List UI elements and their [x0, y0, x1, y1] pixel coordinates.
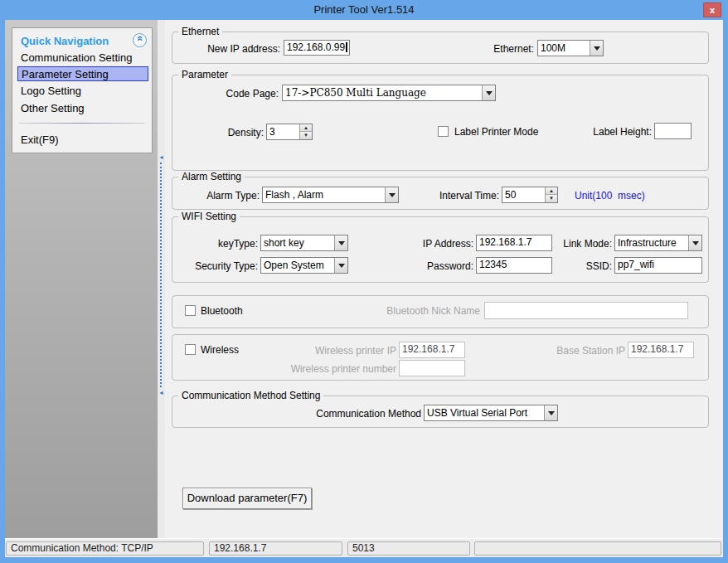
spin-up-icon[interactable]: ▲ [546, 187, 557, 195]
label-height-label: Label Height: [529, 126, 652, 138]
parameter-group: Parameter Code Page: 17->PC850 Multi Lan… [172, 75, 709, 171]
quick-navigation-header: Quick Navigation « [12, 32, 152, 50]
spin-up-icon[interactable]: ▲ [300, 124, 312, 132]
security-type-value: Open System [264, 258, 332, 273]
parameter-setting-page: Ethernet New IP address: 192.168.0.99 Et… [165, 20, 723, 538]
chevron-down-icon[interactable] [688, 235, 701, 250]
alarm-type-select[interactable]: Flash , Alarm [262, 187, 399, 203]
bluetooth-checkbox[interactable] [185, 305, 196, 316]
interval-time-label: Interval Time: [421, 190, 499, 201]
ssid-input[interactable]: pp7_wifi [614, 257, 702, 274]
density-label: Density: [172, 127, 264, 138]
sidebar-splitter[interactable]: ◄ ◄ [158, 20, 165, 538]
quick-navigation-title: Quick Navigation [21, 35, 109, 47]
bluetooth-nick-name-label: Bluetooth Nick Name [322, 305, 480, 317]
security-type-label: Security Type: [172, 260, 258, 272]
spin-down-icon[interactable]: ▼ [546, 195, 557, 202]
printer-tool-window: Printer Tool Ver1.514 x Quick Navigation… [0, 0, 728, 563]
link-mode-select[interactable]: Infrastructure [614, 235, 702, 251]
chevron-down-icon[interactable] [590, 41, 603, 56]
sidebar-item-communication-setting[interactable]: Communication Setting [17, 51, 148, 66]
bluetooth-nick-name-input[interactable] [484, 302, 688, 319]
spin-down-icon[interactable]: ▼ [300, 132, 312, 139]
label-printer-mode-label: Label Printer Mode [454, 126, 538, 138]
chevron-down-icon[interactable] [385, 187, 398, 202]
splitter-dotted-line [160, 163, 162, 387]
ssid-value: pp7_wifi [618, 259, 654, 270]
titlebar[interactable]: Printer Tool Ver1.514 x [0, 0, 728, 20]
interval-time-stepper[interactable]: 50 ▲ ▼ [502, 187, 558, 203]
status-cell-communication-method: Communication Method: TCP/IP [6, 541, 204, 556]
communication-method-value: USB Virtual Serial Port [427, 405, 542, 420]
key-type-label: keyType: [172, 238, 258, 250]
ethernet-speed-value: 100M [541, 41, 588, 56]
chevron-down-icon[interactable] [482, 85, 495, 100]
chevron-down-icon[interactable] [334, 258, 347, 273]
label-height-input[interactable] [654, 123, 692, 139]
base-station-ip-input[interactable]: 192.168.1.7 [628, 342, 694, 358]
bluetooth-group: Bluetooth Bluetooth Nick Name [172, 295, 709, 328]
close-icon: x [710, 5, 715, 15]
communication-method-label: Communication Method [264, 408, 421, 420]
ethernet-speed-label: Ethernet: [446, 43, 534, 55]
interval-time-value: 50 [505, 187, 543, 202]
ethernet-speed-select[interactable]: 100M [537, 40, 604, 56]
bluetooth-checkbox-label: Bluetooth [201, 305, 243, 317]
window-title: Printer Tool Ver1.514 [0, 3, 728, 16]
wireless-printer-number-input[interactable] [399, 360, 465, 376]
sidebar-item-logo-setting[interactable]: Logo Setting [17, 84, 148, 99]
text-caret [346, 42, 347, 52]
communication-method-group-title: Communication Method Setting [178, 390, 323, 401]
status-cell-port: 5013 [347, 541, 470, 556]
density-value: 3 [269, 124, 298, 139]
divider [19, 123, 145, 124]
link-mode-label: Link Mode: [529, 238, 612, 250]
sidebar-item-other-setting[interactable]: Other Setting [17, 101, 148, 116]
chevron-down-icon[interactable] [544, 405, 557, 420]
new-ip-address-label: New IP address: [172, 43, 280, 55]
base-station-ip-value: 192.168.1.7 [631, 343, 683, 355]
wifi-setting-group-title: WIFI Setting [178, 211, 240, 222]
density-spin-buttons: ▲ ▼ [299, 124, 312, 139]
wireless-printer-ip-input[interactable]: 192.168.1.7 [399, 342, 465, 358]
ethernet-group: Ethernet New IP address: 192.168.0.99 Et… [172, 32, 709, 64]
communication-method-group: Communication Method Setting Communicati… [172, 396, 709, 428]
sidebar: Quick Navigation « Communication Setting… [5, 20, 158, 538]
code-page-value: 17->PC850 Multi Language [285, 85, 480, 100]
wireless-printer-ip-label: Wireless printer IP [255, 345, 396, 357]
chevron-down-icon[interactable] [334, 235, 347, 250]
status-bar: Communication Method: TCP/IP 192.168.1.7… [5, 538, 723, 557]
chevron-double-up-icon: « [134, 36, 145, 45]
alarm-type-label: Alarm Type: [172, 190, 260, 201]
wifi-password-value: 12345 [479, 259, 507, 270]
parameter-group-title: Parameter [178, 69, 231, 80]
key-type-select[interactable]: short key [260, 235, 348, 251]
close-button[interactable]: x [703, 2, 721, 17]
base-station-ip-label: Base Station IP [488, 345, 625, 357]
status-cell-empty [474, 541, 721, 556]
sidebar-item-parameter-setting[interactable]: Parameter Setting [17, 66, 148, 81]
alarm-setting-group-title: Alarm Setting [178, 171, 245, 182]
interval-unit-text: Unit(100 msec) [575, 190, 645, 201]
wireless-group: Wireless Wireless printer IP 192.168.1.7… [172, 334, 709, 381]
wireless-checkbox[interactable] [185, 344, 196, 355]
wifi-ip-address-label: IP Address: [371, 238, 473, 250]
splitter-collapse-arrow-icon: ◄ [158, 154, 164, 160]
collapse-button[interactable]: « [133, 33, 147, 47]
communication-method-select[interactable]: USB Virtual Serial Port [424, 405, 558, 421]
wireless-printer-number-label: Wireless printer number [255, 363, 396, 375]
sidebar-item-exit[interactable]: Exit(F9) [17, 133, 148, 148]
code-page-label: Code Page: [172, 88, 279, 99]
wifi-password-label: Password: [371, 260, 473, 272]
new-ip-address-value: 192.168.0.99 [287, 41, 345, 53]
splitter-collapse-arrow-icon: ◄ [158, 390, 164, 396]
label-printer-mode-checkbox[interactable] [438, 126, 449, 137]
density-stepper[interactable]: 3 ▲ ▼ [266, 124, 313, 140]
ssid-label: SSID: [529, 260, 612, 272]
link-mode-value: Infrastructure [618, 235, 687, 250]
new-ip-address-input[interactable]: 192.168.0.99 [284, 40, 350, 56]
download-parameter-button[interactable]: Download parameter(F7) [182, 488, 312, 509]
key-type-value: short key [264, 235, 332, 250]
code-page-select[interactable]: 17->PC850 Multi Language [282, 85, 496, 101]
security-type-select[interactable]: Open System [260, 257, 348, 274]
